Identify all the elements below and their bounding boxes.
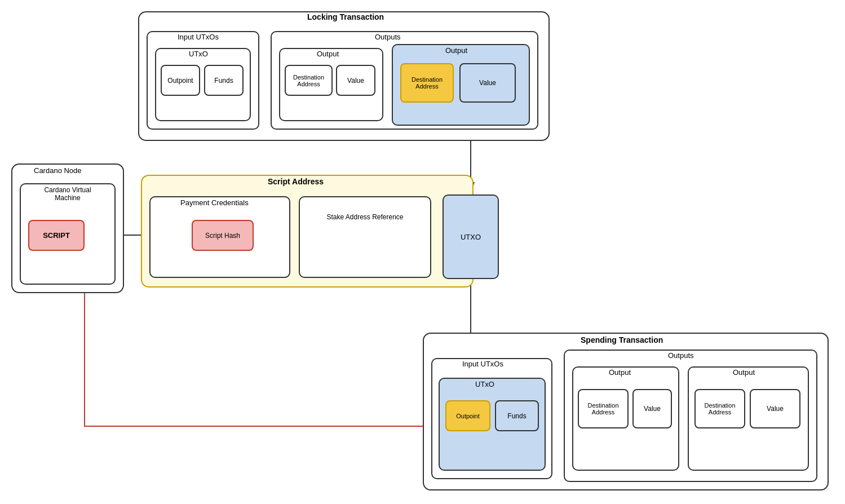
spend-input-label: Input UTxOs — [462, 360, 503, 368]
script-box: SCRIPT — [28, 220, 85, 251]
output2-label: Output — [445, 46, 467, 55]
outpoint-box: Outpoint — [161, 65, 200, 96]
spend-dest1: Destination Address — [578, 389, 629, 428]
cvm-label: Cardano Virtual Machine — [37, 186, 99, 202]
spending-tx-title: Spending Transaction — [581, 335, 663, 344]
input-utxos-label: Input UTxOs — [178, 33, 219, 41]
utxo-inner-label: UTxO — [189, 50, 208, 58]
script-address-title: Script Address — [268, 177, 324, 186]
spend-output2-label: Output — [733, 368, 755, 377]
locking-tx-title: Locking Transaction — [307, 12, 384, 21]
script-utxo-box: UTXO — [443, 194, 499, 279]
spend-dest2: Destination Address — [694, 389, 745, 428]
cardano-node-label: Cardano Node — [34, 166, 82, 175]
dest-addr2: Destination Address — [400, 63, 454, 103]
output1-label: Output — [317, 50, 339, 58]
outputs-label: Outputs — [375, 33, 401, 41]
value2-box: Value — [459, 63, 516, 103]
payment-credentials-label: Payment Credentials — [180, 198, 249, 207]
value1-box: Value — [336, 65, 375, 96]
dest-addr1: Destination Address — [285, 65, 333, 96]
funds-box: Funds — [204, 65, 244, 96]
spend-output1-label: Output — [609, 368, 631, 377]
script-hash-box: Script Hash — [192, 220, 254, 251]
outpoint-spend: Outpoint — [445, 400, 490, 431]
stake-address-label: Stake Address Reference — [307, 213, 423, 221]
funds-spend: Funds — [495, 400, 539, 431]
spend-utxo-label: UTxO — [475, 380, 494, 388]
diagram-container: Locking Transaction Input UTxOs UTxO Out… — [0, 0, 845, 504]
spend-value1: Value — [632, 389, 672, 428]
stake-address-box — [299, 196, 431, 278]
spend-outputs-label: Outputs — [668, 351, 694, 360]
spend-value2: Value — [750, 389, 800, 428]
